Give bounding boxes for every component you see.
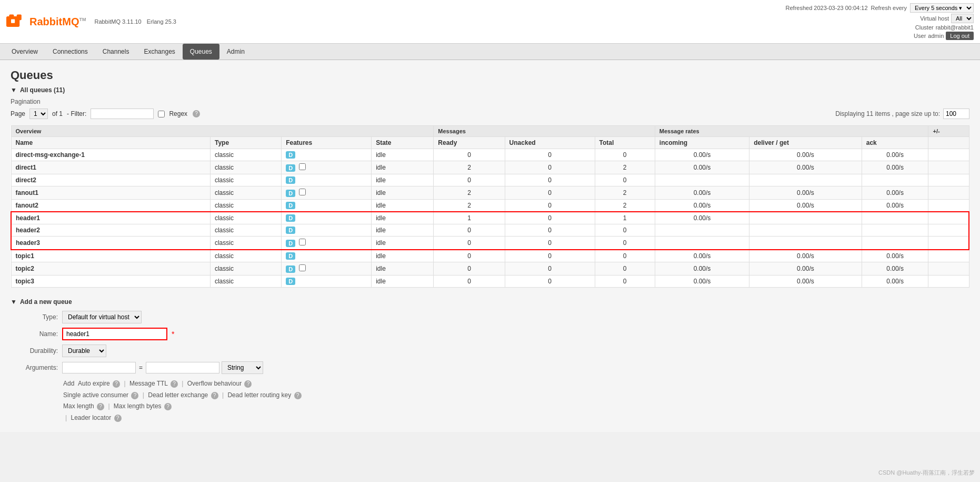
row-name[interactable]: fanout1: [11, 186, 210, 200]
col-incoming[interactable]: incoming: [655, 137, 749, 149]
row-name[interactable]: topic3: [11, 276, 210, 288]
table-row[interactable]: header2classic D idle000: [11, 224, 969, 237]
durability-select[interactable]: Durable Transient: [62, 345, 106, 357]
leader-locator-link[interactable]: Leader locator: [71, 414, 111, 421]
row-extra: [928, 250, 969, 262]
feature-checkbox[interactable]: [299, 189, 306, 195]
row-state: idle: [372, 237, 434, 250]
durability-label: Durability:: [11, 347, 58, 355]
type-select[interactable]: Default for virtual host Classic Quorum …: [62, 311, 142, 323]
col-total[interactable]: Total: [595, 137, 655, 149]
vhost-select[interactable]: All: [951, 14, 974, 23]
col-type[interactable]: Type: [210, 137, 281, 149]
name-required-star: *: [172, 330, 174, 338]
max-length-bytes-link[interactable]: Max length bytes: [114, 402, 162, 410]
all-queues-header[interactable]: ▼ All queues (11): [11, 86, 969, 94]
col-state[interactable]: State: [372, 137, 434, 149]
row-ack: 0.00/s: [862, 161, 928, 174]
row-name[interactable]: fanout2: [11, 200, 210, 212]
nav-admin[interactable]: Admin: [219, 44, 252, 60]
row-name[interactable]: topic1: [11, 250, 210, 262]
page-select[interactable]: 1: [29, 109, 48, 119]
feature-d-badge: D: [286, 151, 295, 159]
row-name[interactable]: header3: [11, 237, 210, 250]
arg-key-input[interactable]: [62, 362, 136, 373]
nav-overview[interactable]: Overview: [4, 44, 45, 60]
feature-checkbox[interactable]: [299, 163, 306, 170]
feature-checkbox[interactable]: [299, 239, 306, 245]
arg-type-select[interactable]: String Number Boolean: [222, 361, 263, 374]
page-size-input[interactable]: [943, 109, 969, 119]
name-input[interactable]: [62, 328, 167, 340]
add-queue-header[interactable]: ▼ Add a new queue: [11, 298, 969, 306]
feature-checkbox[interactable]: [299, 264, 306, 271]
plus-minus-header[interactable]: +/-: [928, 126, 969, 137]
auto-expire-help[interactable]: ?: [113, 380, 120, 388]
refresh-select[interactable]: Every 5 seconds ▾ Every 10 seconds Every…: [910, 3, 974, 13]
table-row[interactable]: topic2classic D idle0000.00/s0.00/s0.00/…: [11, 262, 969, 276]
arguments-label: Arguments:: [11, 364, 58, 371]
dead-letter-routing-link[interactable]: Dead letter routing key: [227, 391, 291, 399]
top-bar: RabbitMQTM RabbitMQ 3.11.10 Erlang 25.3 …: [0, 0, 980, 44]
row-ack: 0.00/s: [862, 262, 928, 276]
table-row[interactable]: direct1classic D idle2020.00/s0.00/s0.00…: [11, 161, 969, 174]
table-row[interactable]: header1classic D idle1010.00/s: [11, 212, 969, 224]
message-ttl-help[interactable]: ?: [171, 380, 178, 388]
add-queue-triangle: ▼: [11, 298, 17, 306]
table-row[interactable]: topic1classic D idle0000.00/s0.00/s0.00/…: [11, 250, 969, 262]
max-length-bytes-help[interactable]: ?: [164, 403, 172, 410]
dead-letter-routing-help[interactable]: ?: [294, 392, 302, 399]
col-ready[interactable]: Ready: [434, 137, 505, 149]
row-type: classic: [210, 174, 281, 186]
col-ack[interactable]: ack: [862, 137, 928, 149]
regex-help-icon[interactable]: ?: [193, 110, 200, 117]
table-row[interactable]: direct-msg-exchange-1classic D idle0000.…: [11, 149, 969, 161]
arg-value-input[interactable]: [146, 362, 219, 373]
dead-letter-help[interactable]: ?: [211, 392, 218, 399]
row-name[interactable]: topic2: [11, 262, 210, 276]
col-unacked[interactable]: Unacked: [505, 137, 595, 149]
row-type: classic: [210, 262, 281, 276]
table-row[interactable]: fanout2classic D idle2020.00/s0.00/s0.00…: [11, 200, 969, 212]
row-extra: [928, 200, 969, 212]
refresh-row: Refreshed 2023-03-23 00:04:12 Refresh ev…: [786, 3, 974, 13]
filter-input[interactable]: [91, 109, 154, 119]
row-name[interactable]: direct2: [11, 174, 210, 186]
col-name[interactable]: Name: [11, 137, 210, 149]
overflow-behaviour-link[interactable]: Overflow behaviour: [187, 380, 242, 387]
auto-expire-link[interactable]: Auto expire: [78, 380, 110, 387]
nav-channels[interactable]: Channels: [95, 44, 137, 60]
overflow-help[interactable]: ?: [244, 380, 252, 388]
row-ready: 2: [434, 186, 505, 200]
row-incoming: 0.00/s: [655, 262, 749, 276]
single-consumer-help[interactable]: ?: [131, 392, 138, 399]
row-ready: 1: [434, 212, 505, 224]
nav-exchanges[interactable]: Exchanges: [136, 44, 182, 60]
leader-locator-help[interactable]: ?: [114, 415, 122, 422]
table-row[interactable]: header3classic D idle000: [11, 237, 969, 250]
page-title: Queues: [11, 68, 969, 82]
row-name[interactable]: header2: [11, 224, 210, 237]
max-length-help[interactable]: ?: [97, 403, 104, 410]
row-name[interactable]: direct1: [11, 161, 210, 174]
single-active-consumer-link[interactable]: Single active consumer: [63, 391, 128, 399]
nav-connections[interactable]: Connections: [45, 44, 95, 60]
message-rates-header-text: Message rates: [659, 128, 699, 134]
table-row[interactable]: fanout1classic D idle2020.00/s0.00/s0.00…: [11, 186, 969, 200]
row-total: 2: [595, 200, 655, 212]
row-name[interactable]: header1: [11, 212, 210, 224]
message-ttl-link[interactable]: Message TTL: [129, 380, 168, 387]
max-length-link[interactable]: Max length: [63, 402, 94, 410]
row-type: classic: [210, 161, 281, 174]
row-name[interactable]: direct-msg-exchange-1: [11, 149, 210, 161]
col-deliver-get[interactable]: deliver / get: [749, 137, 862, 149]
dead-letter-exchange-link[interactable]: Dead letter exchange: [148, 391, 208, 399]
nav-queues[interactable]: Queues: [183, 44, 219, 60]
row-features: D: [282, 186, 372, 200]
logout-button[interactable]: Log out: [946, 32, 974, 40]
col-features[interactable]: Features: [282, 137, 372, 149]
table-row[interactable]: direct2classic D idle000: [11, 174, 969, 186]
table-row[interactable]: topic3classic D idle0000.00/s0.00/s0.00/…: [11, 276, 969, 288]
regex-checkbox[interactable]: [158, 111, 165, 117]
row-ready: 2: [434, 161, 505, 174]
